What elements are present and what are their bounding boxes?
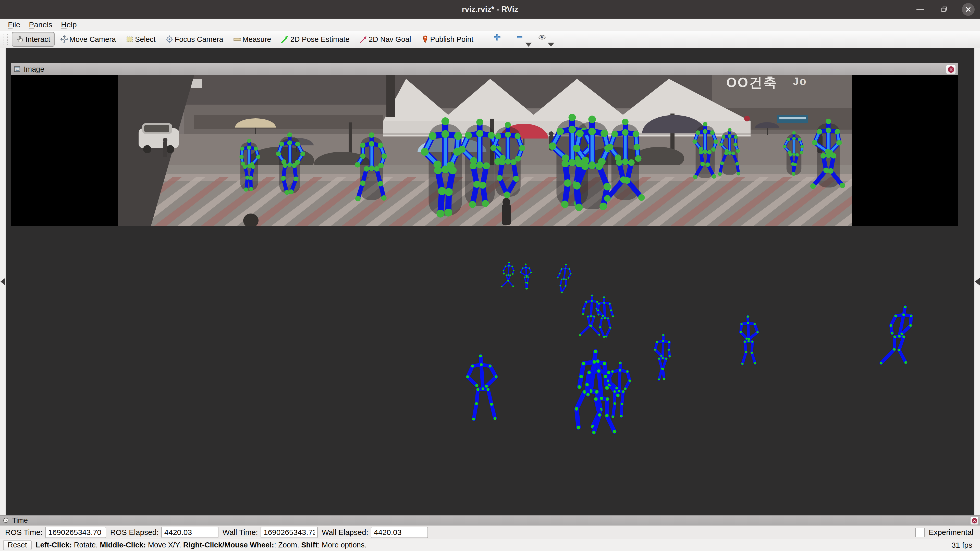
tool-label: Measure — [242, 35, 271, 44]
tool-interact[interactable]: Interact — [12, 32, 55, 47]
tool-label: 2D Pose Estimate — [290, 35, 349, 44]
tool-focus-camera[interactable]: Focus Camera — [161, 32, 228, 47]
experimental-option: Experimental — [915, 528, 974, 537]
point-pin-icon — [421, 35, 430, 44]
wall-time-label: Wall Time: — [223, 528, 258, 537]
close-icon — [972, 518, 977, 524]
left-panel-toggle[interactable] — [0, 48, 6, 515]
time-fields-row: ROS Time:ROS Elapsed:Wall Time:Wall Elap… — [0, 526, 980, 539]
window-controls — [912, 0, 977, 19]
image-panel-icon — [14, 65, 21, 73]
right-panel-toggle[interactable] — [974, 48, 980, 515]
window-titlebar: rviz.rviz* - RViz — [0, 0, 980, 19]
ros-time-input[interactable] — [45, 527, 106, 538]
help-description: Move X/Y. — [146, 541, 183, 549]
close-icon — [948, 66, 954, 73]
collapse-right-icon — [975, 278, 980, 286]
clock-icon — [3, 517, 9, 524]
tool-move-camera[interactable]: Move Camera — [56, 32, 120, 47]
collapse-left-icon — [0, 278, 5, 286]
dropdown-arrow-icon[interactable] — [525, 43, 532, 47]
minus-icon — [515, 33, 524, 41]
help-key: Shift — [301, 541, 318, 549]
menu-bar: FilePanelsHelp — [0, 19, 980, 31]
time-panel-titlebar[interactable]: Time — [0, 515, 980, 526]
pose-overlay: OO건축Jo — [118, 75, 852, 226]
focus-icon — [165, 35, 174, 44]
ros-elapsed-input[interactable] — [161, 527, 218, 538]
minimize-button[interactable] — [912, 1, 928, 17]
tool-select[interactable]: Select — [121, 32, 160, 47]
wall-time-input[interactable] — [261, 527, 318, 538]
help-key: Middle-Click: — [100, 541, 146, 549]
close-button[interactable] — [960, 1, 977, 17]
help-description: Rotate. — [72, 541, 100, 549]
tool-label: Focus Camera — [175, 35, 223, 44]
camera-photo: OO건축Jo — [118, 75, 852, 226]
ruler-icon — [233, 35, 242, 44]
time-panel: Time ROS Time:ROS Elapsed:Wall Time:Wall… — [0, 515, 980, 539]
dropdown-arrow-icon[interactable] — [548, 43, 554, 47]
tool-label: Interact — [25, 35, 50, 44]
experimental-label: Experimental — [929, 528, 974, 537]
add-tool-button[interactable] — [491, 32, 504, 47]
tool-2d-nav-goal[interactable]: 2D Nav Goal — [355, 32, 415, 47]
tool-properties-button[interactable] — [536, 32, 549, 47]
toolbar: InteractMove CameraSelectFocus CameraMea… — [0, 31, 980, 48]
hand-icon — [16, 35, 25, 44]
experimental-checkbox[interactable] — [915, 528, 924, 537]
camera-image: OO건축Jo — [11, 75, 958, 226]
image-panel-titlebar[interactable]: Image — [11, 63, 958, 75]
help-description: : Zoom. — [274, 541, 301, 549]
select-box-icon — [126, 35, 134, 44]
minimize-icon — [916, 9, 924, 10]
tool-label: Select — [135, 35, 156, 44]
ros-elapsed-label: ROS Elapsed: — [110, 528, 159, 537]
tool-measure[interactable]: Measure — [229, 32, 275, 47]
help-key: Left-Click: — [36, 541, 72, 549]
restore-button[interactable] — [936, 1, 953, 17]
wall-elapsed-label: Wall Elapsed: — [322, 528, 368, 537]
ros-time-label: ROS Time: — [5, 528, 43, 537]
time-panel-title: Time — [12, 516, 28, 524]
reset-button[interactable]: Reset — [3, 540, 32, 550]
pose-arrow-icon — [281, 35, 290, 44]
remove-tool-button[interactable] — [514, 32, 527, 47]
fps-counter: 31 fps — [951, 541, 972, 549]
move-icon — [60, 35, 68, 44]
window-title: rviz.rviz* - RViz — [462, 5, 518, 14]
status-bar: Reset Left-Click: Rotate. Middle-Click: … — [0, 539, 980, 551]
toolbar-separator — [483, 33, 484, 45]
image-panel-close-button[interactable] — [946, 65, 956, 74]
help-key: Right-Click/Mouse Wheel: — [183, 541, 274, 549]
mouse-help-text: Left-Click: Rotate. Middle-Click: Move X… — [36, 541, 367, 549]
image-panel: Image OO건축Jo — [11, 63, 958, 226]
time-panel-close-button[interactable] — [970, 516, 978, 525]
tool-2d-pose-estimate[interactable]: 2D Pose Estimate — [277, 32, 354, 47]
close-icon — [962, 3, 975, 16]
tool-label: Publish Point — [430, 35, 473, 44]
menu-file[interactable]: File — [3, 21, 24, 29]
nav-arrow-icon — [360, 35, 368, 44]
restore-icon — [940, 5, 948, 14]
menu-panels[interactable]: Panels — [24, 21, 57, 29]
wall-elapsed-input[interactable] — [371, 527, 428, 538]
image-panel-title: Image — [24, 65, 45, 73]
menu-help[interactable]: Help — [57, 21, 81, 29]
toolbar-drag-handle[interactable] — [3, 34, 8, 44]
tool-label: Move Camera — [69, 35, 116, 44]
render-viewport[interactable]: Image OO건축Jo — [0, 48, 980, 515]
eye-icon — [538, 33, 546, 41]
svg-text:Jo: Jo — [793, 75, 807, 87]
svg-text:OO건축: OO건축 — [726, 75, 778, 90]
tool-publish-point[interactable]: Publish Point — [417, 32, 478, 47]
help-description: : More options. — [318, 541, 367, 549]
tool-label: 2D Nav Goal — [369, 35, 411, 44]
plus-icon — [493, 33, 501, 41]
